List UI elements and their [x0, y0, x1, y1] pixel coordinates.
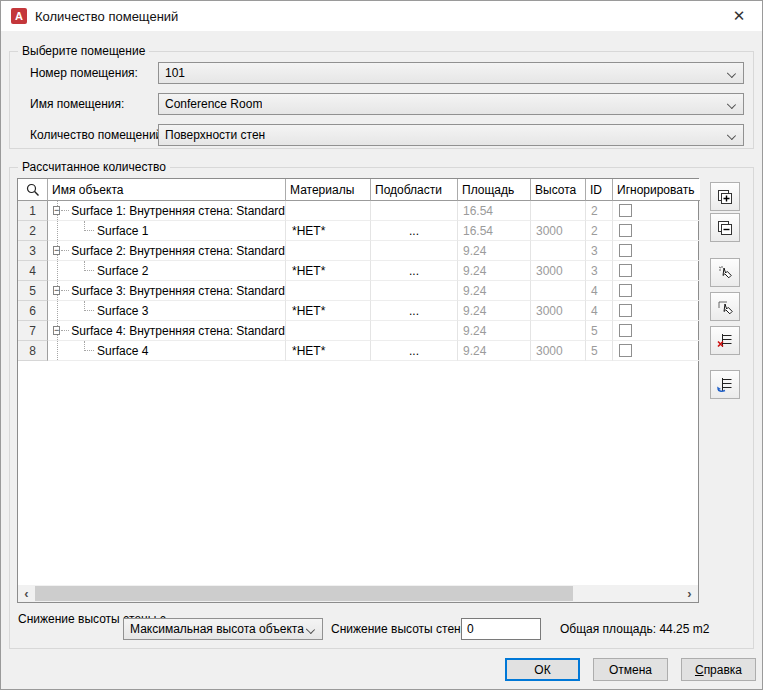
- subareas-cell[interactable]: [371, 201, 458, 221]
- area-cell: 16.54: [458, 221, 531, 241]
- object-name: Surface 4: [97, 344, 148, 358]
- table-row[interactable]: 7−Surface 4: Внутренняя стена: Standard9…: [18, 321, 698, 341]
- close-icon[interactable]: ✕: [716, 1, 762, 30]
- combo-value: Максимальная высота объекта: [130, 622, 304, 636]
- column-header-object-name[interactable]: Имя объекта: [48, 179, 286, 201]
- id-cell: 4: [586, 281, 613, 301]
- chevron-down-icon: [727, 69, 736, 78]
- ignore-cell: [613, 241, 700, 261]
- wall-height-from-label: Снижение высоты стены с: [18, 612, 124, 626]
- height-cell: [531, 321, 586, 341]
- wall-height-from-combobox[interactable]: Максимальная высота объекта: [123, 618, 323, 640]
- object-name-cell: −Surface 3: Внутренняя стена: Standard: [48, 281, 286, 301]
- pick-object-button[interactable]: [710, 292, 740, 321]
- ignore-checkbox[interactable]: [619, 324, 632, 337]
- select-objects-button[interactable]: [710, 258, 740, 287]
- subareas-cell[interactable]: ...: [371, 261, 458, 281]
- help-button[interactable]: Справка: [681, 658, 756, 681]
- horizontal-scrollbar[interactable]: ‹ ›: [18, 585, 698, 602]
- subareas-cell[interactable]: ...: [371, 301, 458, 321]
- titlebar: A Количество помещений ✕: [1, 1, 762, 31]
- room-name-combobox[interactable]: Conference Room: [158, 93, 744, 115]
- tree-elbow-line: [84, 341, 94, 351]
- expand-all-icon: [716, 188, 734, 206]
- wall-reduction-input[interactable]: [461, 618, 541, 640]
- column-header-subareas[interactable]: Подобласти: [371, 179, 458, 201]
- scroll-left-icon[interactable]: ‹: [18, 585, 35, 602]
- collapse-all-button[interactable]: [710, 213, 740, 242]
- tree-line: [61, 330, 69, 331]
- table-row[interactable]: 2Surface 1*НЕТ*...16.5430002: [18, 221, 698, 241]
- table-row[interactable]: 1−Surface 1: Внутренняя стена: Standard1…: [18, 201, 698, 221]
- collapse-toggle-icon[interactable]: −: [53, 326, 60, 335]
- cancel-button-label: Отмена: [609, 663, 652, 677]
- scroll-right-icon[interactable]: ›: [681, 585, 698, 602]
- ignore-cell: [613, 221, 700, 241]
- ok-button[interactable]: ОК: [505, 658, 580, 681]
- total-area-label: Общая площадь:: [560, 622, 656, 636]
- table-row[interactable]: 3−Surface 2: Внутренняя стена: Standard9…: [18, 241, 698, 261]
- collapse-toggle-icon[interactable]: −: [53, 286, 60, 295]
- height-cell: 3000: [531, 341, 586, 361]
- column-header-area[interactable]: Площадь: [458, 179, 531, 201]
- total-area: Общая площадь: 44.25 m2: [560, 622, 709, 636]
- ignore-checkbox[interactable]: [619, 244, 632, 257]
- scrollbar-thumb[interactable]: [35, 586, 573, 601]
- quantity-type-combobox[interactable]: Поверхности стен: [158, 124, 744, 146]
- ignore-checkbox[interactable]: [619, 304, 632, 317]
- select-space-group: Выберите помещение Номер помещения: 101 …: [9, 51, 754, 149]
- id-cell: 2: [586, 221, 613, 241]
- ignore-checkbox[interactable]: [619, 224, 632, 237]
- subareas-cell[interactable]: [371, 321, 458, 341]
- row-number: 4: [18, 261, 48, 281]
- table-header: Имя объекта Материалы Подобласти Площадь…: [18, 179, 698, 201]
- collapse-toggle-icon[interactable]: −: [53, 206, 60, 215]
- id-cell: 3: [586, 261, 613, 281]
- collapse-all-icon: [716, 219, 734, 237]
- collapse-toggle-icon[interactable]: −: [53, 246, 60, 255]
- room-number-label: Номер помещения:: [30, 62, 138, 84]
- materials-cell: [286, 281, 371, 301]
- ignore-checkbox[interactable]: [619, 344, 632, 357]
- search-icon[interactable]: [18, 179, 48, 201]
- row-number: 7: [18, 321, 48, 341]
- object-name: Surface 2: Внутренняя стена: Standard: [71, 244, 285, 258]
- area-cell: 9.24: [458, 241, 531, 261]
- ignore-checkbox[interactable]: [619, 284, 632, 297]
- window-title: Количество помещений: [35, 9, 178, 24]
- table-row[interactable]: 4Surface 2*НЕТ*...9.2430003: [18, 261, 698, 281]
- object-name-cell: Surface 3: [48, 301, 286, 321]
- subareas-cell[interactable]: ...: [371, 221, 458, 241]
- expand-all-button[interactable]: [710, 182, 740, 211]
- subareas-cell[interactable]: [371, 281, 458, 301]
- table-row[interactable]: 5−Surface 3: Внутренняя стена: Standard9…: [18, 281, 698, 301]
- quantity-type-label: Количество помещений:: [30, 124, 166, 146]
- column-header-materials[interactable]: Материалы: [286, 179, 371, 201]
- room-number-combobox[interactable]: 101: [158, 62, 744, 84]
- id-cell: 4: [586, 301, 613, 321]
- room-name-label: Имя помещения:: [30, 93, 124, 115]
- height-cell: [531, 241, 586, 261]
- ignore-cell: [613, 341, 700, 361]
- results-table: Имя объекта Материалы Подобласти Площадь…: [17, 178, 699, 603]
- subareas-cell[interactable]: ...: [371, 341, 458, 361]
- remove-row-button[interactable]: [710, 326, 740, 355]
- field-row: Номер помещения: 101: [10, 62, 753, 84]
- ignore-checkbox[interactable]: [619, 204, 632, 217]
- table-row[interactable]: 8Surface 4*НЕТ*...9.2430005: [18, 341, 698, 361]
- table-row[interactable]: 6Surface 3*НЕТ*...9.2430004: [18, 301, 698, 321]
- id-cell: 3: [586, 241, 613, 261]
- column-header-ignore[interactable]: Игнорировать: [613, 179, 700, 201]
- combo-value: Поверхности стен: [165, 128, 265, 142]
- area-cell: 9.24: [458, 341, 531, 361]
- renumber-button[interactable]: [710, 370, 740, 399]
- renumber-icon: [716, 376, 734, 394]
- column-header-id[interactable]: ID: [586, 179, 613, 201]
- select-hand-icon: [716, 264, 734, 282]
- column-header-height[interactable]: Высота: [531, 179, 586, 201]
- subareas-cell[interactable]: [371, 241, 458, 261]
- cancel-button[interactable]: Отмена: [593, 658, 668, 681]
- autocad-app-icon: A: [11, 8, 27, 24]
- row-number: 5: [18, 281, 48, 301]
- ignore-checkbox[interactable]: [619, 264, 632, 277]
